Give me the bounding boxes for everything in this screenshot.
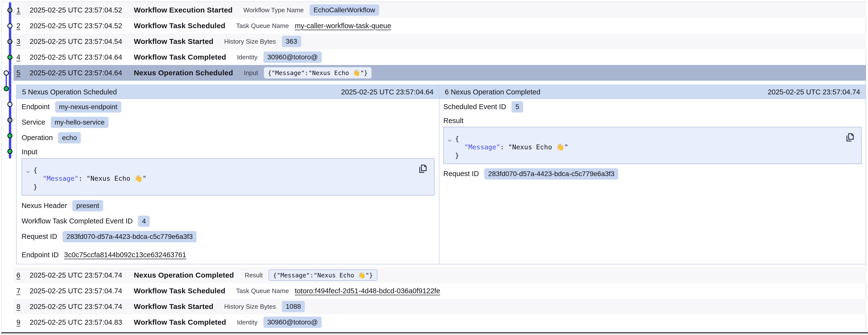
- result-section-label: Result: [443, 114, 862, 127]
- event-timestamp: 2025-02-25 UTC 23:57:04.64: [30, 53, 134, 61]
- detail-field-request-id: Request ID 283fd070-d57a-4423-bdca-c5c77…: [22, 229, 434, 244]
- copy-icon[interactable]: [418, 163, 428, 174]
- panel-title: 5 Nexus Operation Scheduled: [22, 88, 117, 96]
- event-name: Workflow Task Completed: [134, 318, 226, 327]
- json-open-brace: {: [444, 135, 861, 143]
- event-row-8[interactable]: 8 2025-02-25 UTC 23:57:04.74 Workflow Ta…: [13, 299, 866, 314]
- event-attr-label: Result: [245, 272, 263, 279]
- event-timestamp: 2025-02-25 UTC 23:57:04.52: [30, 6, 134, 14]
- event-attr-label: Identity: [237, 318, 257, 326]
- field-value-badge: 5: [512, 101, 523, 113]
- event-id-link[interactable]: 1: [17, 6, 30, 14]
- event-id-link[interactable]: 8: [17, 303, 30, 311]
- timeline-dot-event-9: [7, 133, 12, 138]
- detail-field-scheduled-event-id: Scheduled Event ID 5: [443, 99, 862, 114]
- event-name: Workflow Task Started: [134, 302, 213, 311]
- timeline-dot-event-1: [7, 8, 12, 13]
- field-label: Endpoint ID: [22, 251, 59, 259]
- event-name: Workflow Execution Started: [134, 6, 232, 14]
- event-row-2[interactable]: 2 2025-02-25 UTC 23:57:04.52 Workflow Ta…: [13, 18, 866, 34]
- chevron-down-icon[interactable]: [447, 137, 453, 143]
- json-close-brace: }: [22, 183, 434, 191]
- panel-timestamp: 2025-02-25 UTC 23:57:04.64: [341, 88, 434, 96]
- field-value-badge: my-hello-service: [51, 117, 108, 128]
- field-label: Workflow Task Completed Event ID: [22, 217, 132, 225]
- nexus-operation-completed-panel: 6 Nexus Operation Completed 2025-02-25 U…: [439, 85, 866, 264]
- event-attr-value-badge: 1088: [282, 301, 305, 312]
- event-row-7[interactable]: 7 2025-02-25 UTC 23:57:04.74 Workflow Ta…: [13, 283, 866, 299]
- event-row-4[interactable]: 4 2025-02-25 UTC 23:57:04.64 Workflow Ta…: [13, 49, 866, 65]
- event-attr-label: Workflow Type Name: [243, 6, 304, 14]
- event-attr-label: History Size Bytes: [224, 38, 276, 45]
- event-timestamp: 2025-02-25 UTC 23:57:04.74: [30, 271, 134, 279]
- event-timestamp: 2025-02-25 UTC 23:57:04.74: [30, 287, 134, 295]
- event-attr-value-badge: EchoCallerWorkflow: [310, 4, 379, 16]
- input-section-label: Input: [22, 145, 434, 158]
- event-id-link[interactable]: 9: [17, 318, 30, 327]
- chevron-down-icon[interactable]: [25, 168, 31, 174]
- event-row-5-selected[interactable]: 5 2025-02-25 UTC 23:57:04.64 Nexus Opera…: [13, 65, 866, 81]
- event-name: Nexus Operation Completed: [134, 271, 234, 279]
- event-row-6[interactable]: 6 2025-02-25 UTC 23:57:04.74 Nexus Opera…: [13, 267, 866, 283]
- event-attr-value-badge: 30960@totoro@: [264, 52, 322, 63]
- timeline-dot-event-8: [7, 117, 12, 122]
- timeline-dot-event-4: [7, 55, 12, 60]
- field-label: Request ID: [22, 232, 57, 241]
- expanded-event-details: 5 Nexus Operation Scheduled 2025-02-25 U…: [16, 85, 866, 264]
- field-label: Scheduled Event ID: [443, 103, 506, 111]
- event-id-link[interactable]: 6: [17, 271, 30, 279]
- event-attr-label: History Size Bytes: [224, 303, 276, 310]
- timeline-dot-event-6: [4, 86, 9, 91]
- event-id-link[interactable]: 7: [17, 287, 30, 295]
- panel-header: 5 Nexus Operation Scheduled 2025-02-25 U…: [17, 85, 439, 99]
- field-value-badge: 283fd070-d57a-4423-bdca-c5c779e6a3f3: [484, 168, 618, 179]
- task-queue-link[interactable]: totoro:f494fecf-2d51-4d48-bdcd-036a0f912…: [295, 287, 440, 295]
- event-attr-value-badge: 363: [282, 36, 301, 47]
- detail-field-service: Service my-hello-service: [22, 114, 434, 130]
- timeline-dot-event-5: [4, 71, 9, 76]
- event-payload-badge: {"Message":"Nexus Echo 👋"}: [264, 67, 372, 79]
- event-id-link[interactable]: 4: [17, 53, 30, 61]
- event-name: Workflow Task Scheduled: [134, 287, 225, 295]
- event-name: Workflow Task Started: [134, 37, 213, 46]
- task-queue-link[interactable]: my-caller-workflow-task-queue: [295, 22, 391, 30]
- panel-title: 6 Nexus Operation Completed: [445, 88, 540, 96]
- panel-timestamp: 2025-02-25 UTC 23:57:04.74: [768, 88, 860, 96]
- event-row-9[interactable]: 9 2025-02-25 UTC 23:57:04.83 Workflow Ta…: [13, 314, 866, 330]
- event-timestamp: 2025-02-25 UTC 23:57:04.54: [30, 37, 134, 46]
- timeline-dot-event-10: [7, 149, 12, 154]
- event-name: Workflow Task Completed: [134, 53, 226, 61]
- event-attr-label: Task Queue Name: [236, 22, 289, 30]
- event-history-view: 1 2025-02-25 UTC 23:57:04.52 Workflow Ex…: [0, 0, 868, 335]
- detail-field-operation: Operation echo: [22, 130, 434, 145]
- event-id-link[interactable]: 3: [17, 37, 30, 46]
- json-line: "Message": "Nexus Echo 👋": [444, 143, 861, 151]
- event-id-link[interactable]: 5: [17, 69, 30, 77]
- json-key: "Message": [43, 175, 79, 182]
- event-timestamp: 2025-02-25 UTC 23:57:04.74: [30, 303, 134, 311]
- detail-field-endpoint: Endpoint my-nexus-endpoint: [22, 99, 434, 114]
- event-payload-badge: {"Message":"Nexus Echo 👋"}: [269, 270, 377, 281]
- field-label: Nexus Header: [22, 202, 67, 210]
- event-id-link[interactable]: 2: [17, 22, 30, 30]
- event-attr-label: Task Queue Name: [236, 287, 289, 295]
- copy-icon[interactable]: [845, 132, 855, 143]
- field-label: Operation: [22, 134, 53, 142]
- event-row-3[interactable]: 3 2025-02-25 UTC 23:57:04.54 Workflow Ta…: [13, 34, 866, 49]
- result-json-viewer: { "Message": "Nexus Echo 👋" }: [443, 127, 862, 164]
- field-label: Endpoint: [22, 103, 50, 111]
- field-value-badge: echo: [58, 132, 81, 143]
- endpoint-id-link[interactable]: 3c0c75ccfa8144b092c13ce632463761: [64, 251, 186, 259]
- page-background-strip: [0, 333, 868, 335]
- field-label: Service: [22, 118, 45, 126]
- event-attr-label: Identity: [237, 53, 257, 61]
- nexus-operation-scheduled-panel: 5 Nexus Operation Scheduled 2025-02-25 U…: [17, 85, 439, 264]
- field-value-badge: 283fd070-d57a-4423-bdca-c5c779e6a3f3: [62, 231, 196, 242]
- detail-field-nexus-header: Nexus Header present: [22, 198, 434, 213]
- event-row-1[interactable]: 1 2025-02-25 UTC 23:57:04.52 Workflow Ex…: [13, 2, 866, 18]
- detail-field-wft-completed-event-id: Workflow Task Completed Event ID 4: [22, 213, 434, 229]
- event-name: Workflow Task Scheduled: [134, 22, 225, 30]
- field-value-badge: my-nexus-endpoint: [55, 101, 121, 113]
- event-attr-label: Input: [244, 69, 258, 77]
- event-name: Nexus Operation Scheduled: [134, 69, 233, 77]
